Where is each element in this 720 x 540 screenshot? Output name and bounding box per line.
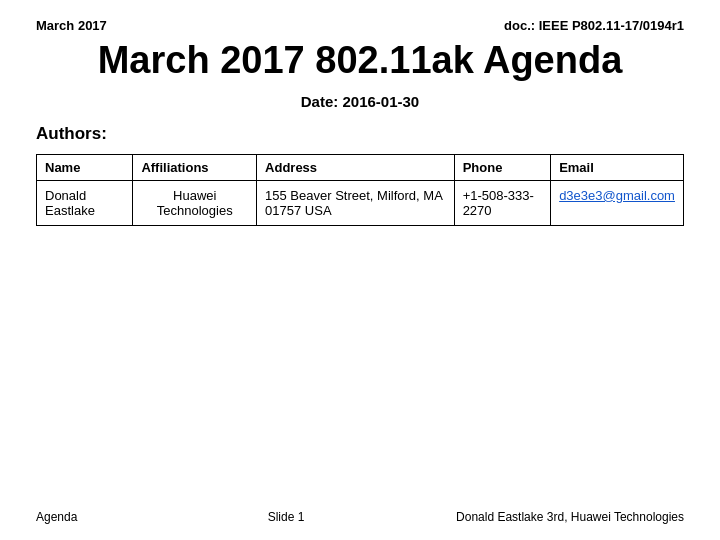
authors-label: Authors: [36, 124, 684, 144]
cell-email[interactable]: d3e3e3@gmail.com [551, 180, 684, 225]
col-header-email: Email [551, 154, 684, 180]
col-header-affiliations: Affiliations [133, 154, 257, 180]
date-line: Date: 2016-01-30 [36, 93, 684, 110]
footer-right: Donald Eastlake 3rd, Huawei Technologies [456, 510, 684, 524]
top-left-label: March 2017 [36, 18, 107, 33]
main-title: March 2017 802.11ak Agenda [36, 39, 684, 83]
email-link[interactable]: d3e3e3@gmail.com [559, 188, 675, 203]
top-bar: March 2017 doc.: IEEE P802.11-17/0194r1 [36, 18, 684, 33]
col-header-name: Name [37, 154, 133, 180]
table-row: Donald Eastlake Huawei Technologies 155 … [37, 180, 684, 225]
date-value: 2016-01-30 [342, 93, 419, 110]
authors-table: Name Affiliations Address Phone Email Do… [36, 154, 684, 226]
cell-name: Donald Eastlake [37, 180, 133, 225]
footer: Agenda Slide 1 Donald Eastlake 3rd, Huaw… [36, 510, 684, 524]
cell-affiliations: Huawei Technologies [133, 180, 257, 225]
col-header-address: Address [257, 154, 455, 180]
footer-left: Agenda [36, 510, 116, 524]
col-header-phone: Phone [454, 154, 551, 180]
doc-id-label: doc.: IEEE P802.11-17/0194r1 [504, 18, 684, 33]
slide: March 2017 doc.: IEEE P802.11-17/0194r1 … [0, 0, 720, 540]
date-label: Date: [301, 93, 339, 110]
cell-phone: +1-508-333-2270 [454, 180, 551, 225]
table-header-row: Name Affiliations Address Phone Email [37, 154, 684, 180]
footer-center: Slide 1 [116, 510, 456, 524]
cell-address: 155 Beaver Street, Milford, MA 01757 USA [257, 180, 455, 225]
